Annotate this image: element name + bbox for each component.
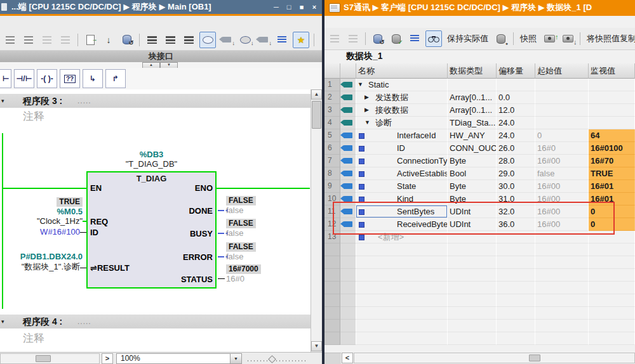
minimize-button[interactable]: ─ [271, 0, 281, 14]
scroll-up-button[interactable]: ▲ [311, 89, 322, 100]
contact-no-icon[interactable]: ⊣ ⊢ [0, 69, 11, 88]
monitor-value-cell[interactable]: 16#0100 [589, 142, 635, 155]
zoom-slider[interactable] [248, 356, 306, 361]
start-value-cell[interactable]: 0 [535, 129, 589, 142]
variable-name[interactable]: InterfaceId [397, 129, 436, 141]
show-symbol-operands-icon[interactable] [256, 32, 271, 48]
insert-row-below-icon[interactable] [58, 32, 73, 48]
t-diag-block[interactable]: T_DIAG EN ENO DONE REQ ID BUSY ERROR ⇌RE… [86, 171, 217, 289]
expander-icon[interactable]: ▼ [358, 79, 363, 91]
close-button[interactable]: × [309, 0, 319, 14]
done-value[interactable]: false [226, 206, 243, 215]
expander-icon[interactable]: ▶ [364, 104, 369, 116]
network4-collapse-icon[interactable]: ▾ [1, 315, 4, 328]
data-type-cell[interactable]: Byte [448, 155, 497, 167]
variable-name[interactable]: 接收数据 [375, 104, 408, 116]
start-value-cell[interactable] [535, 117, 589, 129]
monitor-value-cell[interactable] [589, 117, 635, 129]
name-cell[interactable]: ▶发送数据 [356, 91, 448, 104]
name-cell[interactable]: ConnectionTy... [356, 155, 448, 167]
instance-db-name[interactable]: "T_DIAG_DB" [86, 159, 217, 169]
data-type-cell[interactable]: Byte [448, 180, 497, 193]
monitor-value-cell[interactable] [589, 104, 635, 117]
vertical-scroll-thumb[interactable] [312, 101, 321, 129]
network4-header[interactable]: ▾ 程序段 4 : ..... [0, 315, 311, 328]
load-to-device-icon[interactable] [101, 32, 116, 48]
data-type-cell[interactable]: CONN_OUC [448, 142, 497, 155]
variable-name[interactable]: Static [368, 79, 389, 91]
variable-name[interactable]: ID [397, 142, 405, 154]
load-snapshot-icon[interactable] [542, 31, 557, 46]
pin-eno[interactable]: ENO [195, 183, 213, 193]
name-cell[interactable]: ID [356, 142, 448, 155]
discard-changes-icon[interactable] [119, 32, 135, 48]
snapshot-label[interactable]: 快照 [518, 33, 538, 44]
table-horizontal-scrollbar[interactable] [354, 353, 635, 363]
monitor-all-icon[interactable] [425, 30, 442, 47]
pin-req[interactable]: REQ [90, 217, 108, 226]
open-branch-icon[interactable]: ↳ [83, 69, 103, 88]
expander-icon[interactable]: ▼ [364, 117, 370, 129]
data-type-cell[interactable]: TDiag_Sta... [448, 117, 497, 129]
block-wizard-icon[interactable] [293, 32, 309, 48]
name-cell[interactable]: ▼诊断 [356, 117, 448, 129]
coil-icon[interactable]: -( )- [37, 69, 57, 88]
data-type-cell[interactable] [448, 79, 497, 91]
expand-networks-icon[interactable] [144, 32, 159, 48]
save-snapshot-icon[interactable] [560, 31, 575, 46]
monitor-value-cell[interactable]: 64 [589, 129, 635, 142]
data-type-cell[interactable]: HW_ANY [448, 129, 497, 142]
monitor-value-cell[interactable]: 16#01 [589, 180, 635, 193]
contact-nc-icon[interactable]: ⊣/⊢ [14, 69, 34, 88]
start-value-cell[interactable]: 16#00 [535, 155, 589, 167]
table-scroll-thumb[interactable] [529, 354, 540, 361]
pin-status[interactable]: STATUS [181, 275, 213, 284]
toggle-comments-icon[interactable] [199, 32, 216, 48]
variable-name[interactable]: State [397, 180, 416, 192]
pin-en[interactable]: EN [90, 183, 102, 193]
empty-box-icon[interactable]: ?? [60, 69, 80, 88]
zoom-dropdown-icon[interactable]: ▼ [230, 354, 241, 363]
insert-network-icon[interactable] [3, 32, 18, 48]
monitor-value-cell[interactable]: 16#70 [589, 155, 635, 167]
keep-actual-values-icon[interactable] [493, 31, 509, 46]
keep-actual-values-label[interactable]: 保持实际值 [445, 33, 490, 44]
network3-header[interactable]: ▾ 程序段 3 : ..... [0, 94, 311, 108]
result-operand[interactable]: P#DB1.DBX24.0 [0, 252, 83, 261]
variable-name[interactable]: ActiveEstablis... [397, 167, 448, 179]
expander-icon[interactable]: ▶ [364, 91, 369, 103]
id-value[interactable]: W#16#100 [0, 228, 80, 237]
start-value-cell[interactable] [535, 91, 589, 104]
zoom-combo[interactable]: 100% ▼ [116, 353, 242, 364]
show-operand-comments-icon[interactable] [237, 32, 253, 48]
close-branch-icon[interactable]: ↱ [105, 69, 126, 88]
pin-done[interactable]: DONE [189, 206, 213, 216]
monitor-value-cell[interactable] [589, 79, 635, 91]
name-cell[interactable]: InterfaceId [356, 129, 448, 142]
name-cell[interactable]: ActiveEstablis... [356, 167, 448, 180]
start-value-cell[interactable]: 16#0 [535, 142, 589, 155]
pin-result[interactable]: ⇌RESULT [90, 263, 130, 273]
maximize-button[interactable]: ■ [297, 0, 307, 14]
status-value[interactable]: 16#0 [226, 275, 244, 283]
req-operand[interactable]: %M0.5 [0, 207, 83, 216]
ladder-horizontal-scrollbar[interactable] [0, 353, 100, 364]
zoom-slider-thumb[interactable] [268, 355, 276, 363]
pin-busy[interactable]: BUSY [190, 229, 213, 238]
block-interface-bar[interactable]: 块接口 [0, 51, 322, 63]
right-editor-titlebar[interactable]: S7通讯 ▶ 客户端 [CPU 1215C DC/DC/DC] ▶ 程序块 ▶ … [324, 0, 635, 16]
pin-id[interactable]: ID [90, 228, 98, 237]
variable-name[interactable]: 诊断 [375, 117, 392, 129]
copy-snapshot-to-start-label[interactable]: 将快照值复制到起始 [585, 33, 635, 44]
error-value[interactable]: false [226, 252, 243, 261]
variable-name[interactable]: 发送数据 [375, 91, 408, 103]
reset-start-values-icon[interactable] [370, 31, 385, 46]
display-format-icon[interactable] [274, 32, 290, 48]
network3-comment[interactable]: 注释 [23, 109, 44, 124]
scroll-right-button[interactable]: > [102, 353, 113, 364]
scroll-down-button[interactable]: ▼ [311, 341, 322, 351]
open-block-icon[interactable] [83, 32, 98, 48]
restore-button[interactable]: □ [284, 0, 294, 14]
start-value-cell[interactable] [535, 79, 589, 91]
pin-error[interactable]: ERROR [183, 252, 213, 262]
